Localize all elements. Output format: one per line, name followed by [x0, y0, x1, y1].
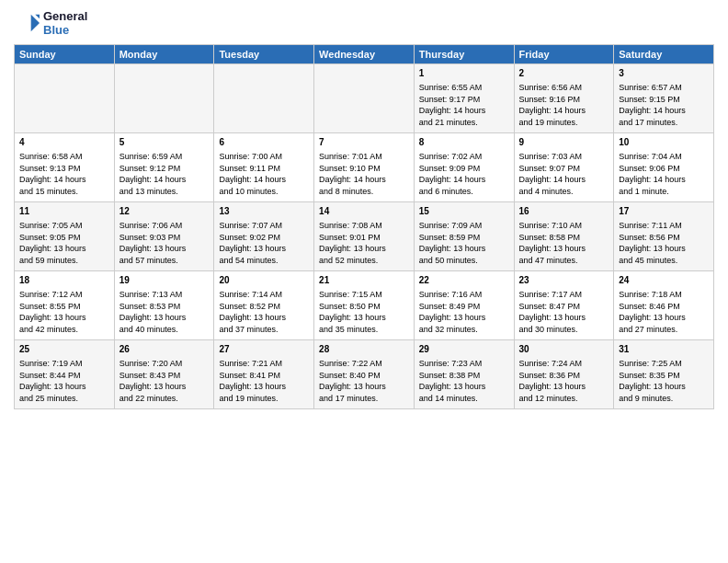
- day-info-line: Daylight: 13 hours: [19, 381, 109, 393]
- day-info-line: Sunset: 8:52 PM: [219, 301, 309, 313]
- day-info-line: Sunrise: 7:10 AM: [519, 220, 609, 232]
- day-info-line: Daylight: 13 hours: [619, 243, 709, 255]
- day-info-line: Sunset: 9:15 PM: [619, 94, 709, 106]
- day-info-line: Sunrise: 7:11 AM: [619, 220, 709, 232]
- day-info-line: Daylight: 13 hours: [219, 243, 309, 255]
- day-number: 12: [119, 205, 210, 218]
- day-info-line: Sunset: 8:49 PM: [419, 301, 509, 313]
- day-header: Monday: [114, 45, 214, 64]
- day-info-line: Sunrise: 7:15 AM: [319, 289, 409, 301]
- day-info-line: and 12 minutes.: [519, 393, 609, 405]
- day-info-line: Daylight: 13 hours: [19, 312, 109, 324]
- calendar-cell: [314, 64, 415, 133]
- day-info-line: Daylight: 14 hours: [619, 174, 709, 186]
- day-number: 8: [419, 136, 509, 149]
- day-info-line: and 1 minute.: [619, 186, 709, 198]
- day-info-line: Sunset: 8:50 PM: [319, 301, 409, 313]
- day-number: 11: [19, 205, 109, 218]
- calendar-cell: 5Sunrise: 6:59 AMSunset: 9:12 PMDaylight…: [114, 133, 214, 202]
- calendar-cell: 23Sunrise: 7:17 AMSunset: 8:47 PMDayligh…: [514, 271, 614, 340]
- calendar-cell: 15Sunrise: 7:09 AMSunset: 8:59 PMDayligh…: [414, 202, 514, 271]
- day-info-line: Daylight: 13 hours: [219, 381, 309, 393]
- day-info-line: and 8 minutes.: [319, 186, 409, 198]
- calendar-cell: 31Sunrise: 7:25 AMSunset: 8:35 PMDayligh…: [614, 340, 714, 409]
- calendar-cell: 30Sunrise: 7:24 AMSunset: 8:36 PMDayligh…: [514, 340, 614, 409]
- week-row: 18Sunrise: 7:12 AMSunset: 8:55 PMDayligh…: [15, 271, 714, 340]
- day-number: 23: [519, 274, 609, 287]
- day-info-line: and 35 minutes.: [319, 324, 409, 336]
- day-info-line: Sunrise: 7:04 AM: [619, 151, 709, 163]
- day-info-line: Daylight: 13 hours: [419, 381, 509, 393]
- day-number: 22: [419, 274, 509, 287]
- day-info-line: and 42 minutes.: [19, 324, 109, 336]
- day-info-line: Sunset: 9:03 PM: [119, 232, 210, 244]
- day-info-line: Sunset: 9:11 PM: [219, 163, 309, 175]
- day-info-line: and 17 minutes.: [319, 393, 409, 405]
- day-info-line: Sunset: 8:43 PM: [119, 370, 210, 382]
- calendar-cell: 9Sunrise: 7:03 AMSunset: 9:07 PMDaylight…: [514, 133, 614, 202]
- day-info-line: Sunrise: 7:17 AM: [519, 289, 609, 301]
- day-info-line: Sunset: 8:46 PM: [619, 301, 709, 313]
- day-info-line: and 19 minutes.: [219, 393, 309, 405]
- day-info-line: Sunrise: 7:14 AM: [219, 289, 309, 301]
- calendar-cell: 10Sunrise: 7:04 AMSunset: 9:06 PMDayligh…: [614, 133, 714, 202]
- calendar-cell: 11Sunrise: 7:05 AMSunset: 9:05 PMDayligh…: [15, 202, 115, 271]
- day-info-line: Sunrise: 7:05 AM: [19, 220, 109, 232]
- day-number: 10: [619, 136, 709, 149]
- day-info-line: Daylight: 13 hours: [319, 381, 409, 393]
- day-info-line: Daylight: 13 hours: [119, 381, 210, 393]
- calendar-page: General Blue SundayMondayTuesdayWednesda…: [0, 0, 728, 563]
- day-info-line: Sunset: 8:53 PM: [119, 301, 210, 313]
- day-header: Wednesday: [314, 45, 415, 64]
- calendar-cell: 18Sunrise: 7:12 AMSunset: 8:55 PMDayligh…: [15, 271, 115, 340]
- day-info-line: Daylight: 14 hours: [419, 174, 509, 186]
- day-info-line: Sunrise: 7:00 AM: [219, 151, 309, 163]
- day-info-line: and 40 minutes.: [119, 324, 210, 336]
- day-number: 24: [619, 274, 709, 287]
- day-info-line: Daylight: 13 hours: [319, 312, 409, 324]
- day-number: 21: [319, 274, 409, 287]
- day-header: Tuesday: [214, 45, 314, 64]
- day-header: Sunday: [15, 45, 115, 64]
- day-info-line: and 52 minutes.: [319, 255, 409, 267]
- day-info-line: and 32 minutes.: [419, 324, 509, 336]
- day-number: 29: [419, 343, 509, 356]
- day-info-line: Daylight: 14 hours: [19, 174, 109, 186]
- day-number: 15: [419, 205, 509, 218]
- calendar-cell: 2Sunrise: 6:56 AMSunset: 9:16 PMDaylight…: [514, 64, 614, 133]
- day-info-line: Daylight: 14 hours: [219, 174, 309, 186]
- day-number: 6: [219, 136, 309, 149]
- day-info-line: Sunrise: 7:21 AM: [219, 358, 309, 370]
- day-info-line: and 45 minutes.: [619, 255, 709, 267]
- day-number: 19: [119, 274, 210, 287]
- day-info-line: Sunset: 9:05 PM: [19, 232, 109, 244]
- calendar-cell: 20Sunrise: 7:14 AMSunset: 8:52 PMDayligh…: [214, 271, 314, 340]
- calendar-cell: 26Sunrise: 7:20 AMSunset: 8:43 PMDayligh…: [114, 340, 214, 409]
- day-info-line: Sunset: 9:12 PM: [119, 163, 210, 175]
- day-info-line: Sunrise: 7:01 AM: [319, 151, 409, 163]
- day-info-line: Sunrise: 6:59 AM: [119, 151, 210, 163]
- day-info-line: Sunset: 8:55 PM: [19, 301, 109, 313]
- day-info-line: and 54 minutes.: [219, 255, 309, 267]
- day-info-line: Daylight: 13 hours: [119, 243, 210, 255]
- day-info-line: Sunrise: 7:12 AM: [19, 289, 109, 301]
- header: General Blue: [14, 9, 714, 37]
- calendar-cell: 1Sunrise: 6:55 AMSunset: 9:17 PMDaylight…: [414, 64, 514, 133]
- day-number: 28: [319, 343, 409, 356]
- week-row: 4Sunrise: 6:58 AMSunset: 9:13 PMDaylight…: [15, 133, 714, 202]
- calendar-cell: 6Sunrise: 7:00 AMSunset: 9:11 PMDaylight…: [214, 133, 314, 202]
- day-info-line: Daylight: 13 hours: [119, 312, 210, 324]
- day-info-line: Sunrise: 7:07 AM: [219, 220, 309, 232]
- day-info-line: Sunset: 9:02 PM: [219, 232, 309, 244]
- day-info-line: Daylight: 13 hours: [619, 312, 709, 324]
- logo-icon: [14, 10, 40, 36]
- day-number: 1: [419, 67, 509, 80]
- day-number: 4: [19, 136, 109, 149]
- calendar-cell: 22Sunrise: 7:16 AMSunset: 8:49 PMDayligh…: [414, 271, 514, 340]
- day-number: 25: [19, 343, 109, 356]
- day-info-line: Daylight: 13 hours: [619, 381, 709, 393]
- day-info-line: and 22 minutes.: [119, 393, 210, 405]
- logo: General Blue: [14, 9, 87, 37]
- day-number: 20: [219, 274, 309, 287]
- day-info-line: and 25 minutes.: [19, 393, 109, 405]
